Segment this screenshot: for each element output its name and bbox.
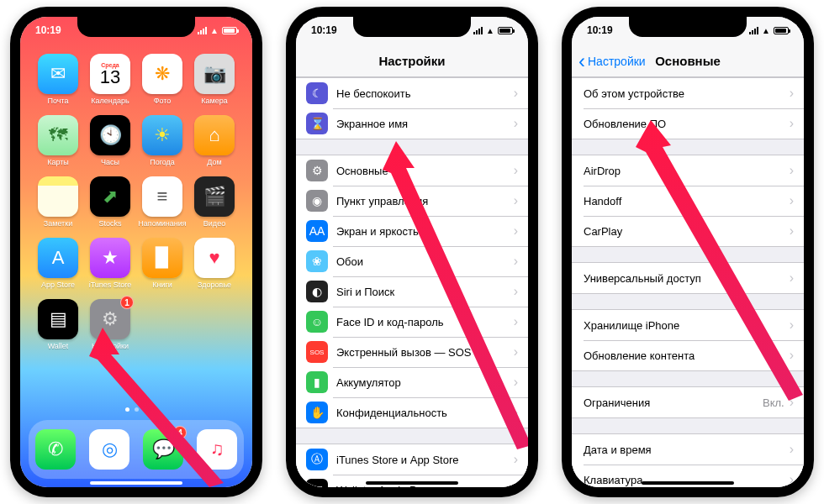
notch <box>77 17 195 37</box>
screentime-icon: ⌛ <box>306 113 328 134</box>
app-mail[interactable]: ✉︎Почта <box>32 54 84 105</box>
status-time: 10:19 <box>35 24 61 36</box>
app-itunes[interactable]: ★iTunes Store <box>84 238 136 289</box>
chevron-icon: › <box>514 163 518 178</box>
row-itunes-appstore[interactable]: ⒶiTunes Store и App Store› <box>296 444 528 475</box>
app-health[interactable]: ♥Здоровье <box>188 238 240 289</box>
chevron-icon: › <box>790 395 794 410</box>
app-label: Видео <box>203 219 225 228</box>
app-calendar[interactable]: Среда13Календарь <box>84 54 136 105</box>
row-label: Пункт управления <box>336 195 514 207</box>
row-airdrop[interactable]: AirDrop› <box>572 155 804 186</box>
row-display[interactable]: AAЭкран и яркость› <box>296 216 528 246</box>
row-label: Аккумулятор <box>336 376 514 389</box>
back-button[interactable]: Настройки <box>578 55 646 68</box>
app-stocks[interactable]: ⬈Stocks <box>84 176 136 228</box>
group: Хранилище iPhone›Обновление контента› <box>572 309 804 371</box>
row-label: Face ID и код-пароль <box>336 316 514 328</box>
row-label: AirDrop <box>584 165 790 177</box>
app-label: Погода <box>150 158 175 166</box>
row-software-update[interactable]: Обновление ПО› <box>572 108 804 139</box>
app-books[interactable]: ▉Книги <box>136 238 188 289</box>
row-wallpaper[interactable]: ❀Обои› <box>296 246 528 276</box>
row-control-center[interactable]: ◉Пункт управления› <box>296 186 528 216</box>
app-label: Wallet <box>48 342 69 350</box>
row-battery[interactable]: ▮Аккумулятор› <box>296 367 528 397</box>
settings-list[interactable]: ☾Не беспокоить›⌛Экранное имя›⚙︎Основные›… <box>296 77 528 487</box>
navbar-title: Настройки <box>378 54 445 68</box>
page-indicator[interactable] <box>20 400 252 415</box>
row-handoff[interactable]: Handoff› <box>572 186 804 216</box>
row-label: Хранилище iPhone <box>584 319 790 332</box>
row-about[interactable]: Об этом устройстве› <box>572 78 804 108</box>
chevron-icon: › <box>790 223 794 239</box>
app-label: Напоминания <box>138 219 186 228</box>
row-dnd[interactable]: ☾Не беспокоить› <box>296 78 528 108</box>
row-restrictions[interactable]: ОграниченияВкл.› <box>572 387 804 417</box>
app-label: App Store <box>41 281 75 289</box>
dock-messages[interactable]: 💬4 <box>143 429 183 470</box>
home-indicator[interactable] <box>366 481 458 485</box>
app-videos[interactable]: 🎬Видео <box>188 176 240 228</box>
row-storage[interactable]: Хранилище iPhone› <box>572 310 804 340</box>
row-siri[interactable]: ◐Siri и Поиск› <box>296 276 528 307</box>
camera-icon: 📷 <box>194 54 235 94</box>
dock-music[interactable]: ♫ <box>197 429 237 470</box>
app-label: Календарь <box>91 97 129 105</box>
general-list[interactable]: Об этом устройстве›Обновление ПО›AirDrop… <box>572 77 804 487</box>
row-accessibility[interactable]: Универсальный доступ› <box>572 263 804 293</box>
reminders-icon: ≡ <box>142 176 182 217</box>
row-label: Экстренный вызов — SOS <box>336 346 514 359</box>
app-appstore[interactable]: AApp Store <box>32 238 84 289</box>
group: ОграниченияВкл.› <box>572 386 804 418</box>
app-maps[interactable]: 🗺Карты <box>32 115 84 166</box>
chevron-icon: › <box>514 314 518 329</box>
row-background-refresh[interactable]: Обновление контента› <box>572 340 804 370</box>
row-general[interactable]: ⚙︎Основные› <box>296 155 528 186</box>
row-label: Ограничения <box>584 396 763 409</box>
app-label: Заметки <box>44 219 72 228</box>
app-reminders[interactable]: ≡Напоминания <box>136 176 188 228</box>
row-faceid[interactable]: ☺Face ID и код-пароль› <box>296 307 528 337</box>
maps-icon: 🗺 <box>38 115 78 155</box>
notes-icon <box>38 176 78 217</box>
app-notes[interactable]: Заметки <box>32 176 84 228</box>
app-label: Здоровье <box>198 281 231 289</box>
display-icon: AA <box>306 220 328 242</box>
books-icon: ▉ <box>142 238 182 278</box>
row-sos[interactable]: SOSЭкстренный вызов — SOS› <box>296 337 528 367</box>
row-label: iTunes Store и App Store <box>336 454 514 466</box>
group: Дата и время›Клавиатура› <box>572 433 804 487</box>
wifi-icon <box>762 26 770 35</box>
row-label: CarPlay <box>584 225 790 238</box>
home-indicator[interactable] <box>642 481 734 485</box>
row-label: Основные <box>336 165 514 177</box>
chevron-icon: › <box>514 344 518 360</box>
dock-safari[interactable]: ◎ <box>89 429 129 470</box>
row-label: Обновление ПО <box>584 118 790 130</box>
chevron-icon: › <box>790 193 794 208</box>
row-privacy[interactable]: ✋Конфиденциальность› <box>296 397 528 428</box>
app-weather[interactable]: ☀︎Погода <box>136 115 188 166</box>
row-carplay[interactable]: CarPlay› <box>572 216 804 246</box>
clock-icon: 🕙 <box>90 115 130 155</box>
faceid-icon: ☺ <box>306 311 328 333</box>
phone-general: 10:19 Настройки Основные Об этом устройс… <box>562 7 814 497</box>
app-photos[interactable]: ❋Фото <box>136 54 188 105</box>
row-date-time[interactable]: Дата и время› <box>572 434 804 465</box>
dock-phone[interactable]: ✆ <box>35 429 76 470</box>
row-label: Обновление контента <box>584 349 790 362</box>
app-clock[interactable]: 🕙Часы <box>84 115 136 166</box>
app-settings[interactable]: ⚙︎1Настройки <box>84 299 136 350</box>
app-label: Часы <box>101 158 119 166</box>
app-home[interactable]: ⌂Дом <box>188 115 240 166</box>
app-camera[interactable]: 📷Камера <box>188 54 240 105</box>
app-label: Фото <box>154 97 172 105</box>
home-indicator[interactable] <box>90 481 182 485</box>
row-screentime[interactable]: ⌛Экранное имя› <box>296 108 528 139</box>
group: Универсальный доступ› <box>572 262 804 294</box>
home-app-grid: ✉︎ПочтаСреда13Календарь❋Фото📷Камера🗺Карт… <box>20 54 252 350</box>
general-icon: ⚙︎ <box>306 160 328 181</box>
app-wallet[interactable]: ▤Wallet <box>32 299 84 350</box>
chevron-icon: › <box>514 452 518 467</box>
